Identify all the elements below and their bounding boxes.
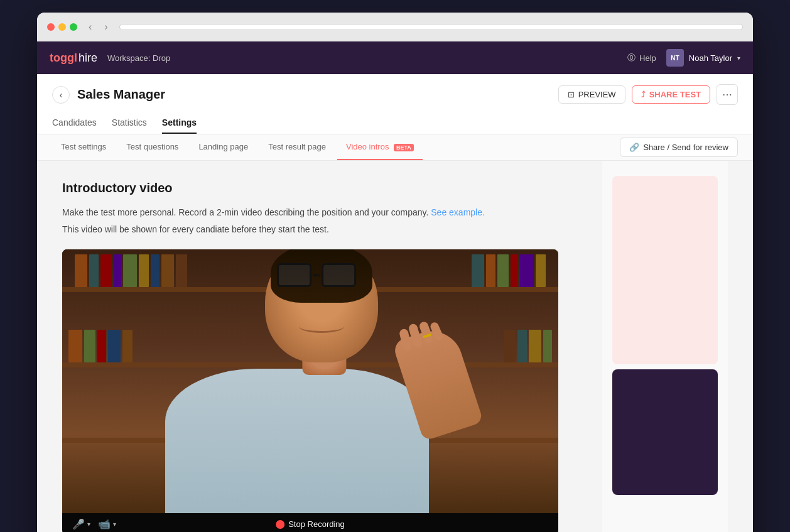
sub-tab-test-result-page[interactable]: Test result page bbox=[259, 134, 335, 160]
record-dot-icon bbox=[276, 520, 284, 529]
share-send-review-button[interactable]: 🔗 Share / Send for review bbox=[620, 138, 738, 157]
mic-icon: 🎤 bbox=[72, 518, 85, 530]
share-icon: ⤴ bbox=[641, 90, 646, 99]
sub-tab-test-settings-label: Test settings bbox=[61, 142, 106, 151]
forward-arrow-icon[interactable]: › bbox=[100, 20, 111, 34]
page-title-left: ‹ Sales Manager bbox=[52, 86, 165, 104]
back-arrow-icon: ‹ bbox=[60, 90, 63, 100]
user-badge[interactable]: NT Noah Taylor ▾ bbox=[666, 49, 740, 67]
see-example-link[interactable]: See example. bbox=[431, 207, 485, 217]
help-button[interactable]: ⓪ Help bbox=[627, 52, 656, 63]
preview-button[interactable]: ⊡ PREVIEW bbox=[558, 85, 625, 104]
sub-tab-video-intros-label: Video intros bbox=[346, 142, 389, 151]
main-content: Introductory video Make the test more pe… bbox=[37, 161, 753, 532]
books-row-1-right bbox=[472, 254, 546, 287]
stop-recording-button[interactable]: Stop Recording bbox=[276, 519, 345, 529]
camera-icon: 📹 bbox=[98, 518, 111, 530]
top-nav-right: ⓪ Help NT Noah Taylor ▾ bbox=[627, 49, 740, 67]
controls-left: 🎤 ▾ 📹 ▾ bbox=[72, 518, 116, 530]
cam-caret-icon: ▾ bbox=[113, 521, 116, 528]
sub-tab-test-questions[interactable]: Test questions bbox=[117, 134, 187, 160]
close-dot[interactable] bbox=[47, 23, 55, 31]
sub-tab-test-questions-label: Test questions bbox=[126, 142, 178, 151]
content-area: Introductory video Make the test more pe… bbox=[37, 161, 602, 532]
beta-badge: BETA bbox=[394, 144, 414, 151]
link-icon: 🔗 bbox=[629, 143, 639, 152]
tab-statistics[interactable]: Statistics bbox=[112, 112, 147, 134]
share-review-label: Share / Send for review bbox=[643, 143, 728, 152]
sub-tab-test-result-page-label: Test result page bbox=[268, 142, 326, 151]
sub-tab-video-intros[interactable]: Video intros BETA bbox=[337, 134, 423, 160]
section-title: Introductory video bbox=[62, 181, 577, 195]
app-wrapper: toggl hire Workspace: Drop ⓪ Help NT Noa… bbox=[37, 41, 753, 532]
more-icon: ⋯ bbox=[722, 89, 732, 100]
browser-chrome: ‹ › bbox=[37, 13, 753, 41]
controls-center: Stop Recording bbox=[276, 519, 345, 529]
person-shirt bbox=[165, 369, 429, 513]
workspace-label: Workspace: Drop bbox=[107, 53, 170, 63]
stop-recording-label: Stop Recording bbox=[288, 519, 345, 529]
books-row-1 bbox=[75, 254, 187, 287]
video-placeholder bbox=[62, 249, 558, 513]
share-test-label: SHARE TEST bbox=[649, 90, 701, 99]
glasses bbox=[277, 263, 356, 287]
more-options-button[interactable]: ⋯ bbox=[717, 84, 738, 105]
share-test-button[interactable]: ⤴ SHARE TEST bbox=[632, 85, 710, 104]
help-label: Help bbox=[639, 53, 656, 63]
preview-icon: ⊡ bbox=[568, 90, 575, 99]
page-header: ‹ Sales Manager ⊡ PREVIEW ⤴ SHARE TEST ⋯ bbox=[37, 74, 753, 134]
tab-candidates-label: Candidates bbox=[52, 117, 97, 128]
minimize-dot[interactable] bbox=[58, 23, 66, 31]
user-avatar: NT bbox=[666, 49, 684, 67]
sub-tab-landing-page[interactable]: Landing page bbox=[190, 134, 257, 160]
logo-hire-text: hire bbox=[78, 52, 97, 65]
main-tabs: Candidates Statistics Settings bbox=[52, 112, 738, 134]
top-navigation: toggl hire Workspace: Drop ⓪ Help NT Noa… bbox=[37, 41, 753, 74]
sidebar-panel-dark bbox=[612, 369, 718, 495]
page-title: Sales Manager bbox=[77, 87, 165, 102]
camera-button[interactable]: 📹 ▾ bbox=[98, 518, 116, 530]
tab-settings[interactable]: Settings bbox=[162, 112, 197, 134]
sub-nav-tabs: Test settings Test questions Landing pag… bbox=[52, 134, 423, 160]
page-actions: ⊡ PREVIEW ⤴ SHARE TEST ⋯ bbox=[558, 84, 738, 105]
description-text-1: Make the test more personal. Record a 2-… bbox=[62, 207, 428, 217]
tab-statistics-label: Statistics bbox=[112, 117, 147, 128]
intro-description-1: Make the test more personal. Record a 2-… bbox=[62, 205, 577, 219]
books-row-2-right bbox=[504, 330, 552, 362]
browser-window: ‹ › toggl hire Workspace: Drop ⓪ Help N bbox=[37, 13, 753, 532]
microphone-button[interactable]: 🎤 ▾ bbox=[72, 518, 90, 530]
tab-candidates[interactable]: Candidates bbox=[52, 112, 97, 134]
top-nav-left: toggl hire Workspace: Drop bbox=[50, 52, 170, 65]
user-name: Noah Taylor bbox=[689, 53, 732, 63]
sidebar-panel-pink bbox=[612, 176, 718, 364]
video-container: 🎤 ▾ 📹 ▾ Stop Recording bbox=[62, 249, 558, 532]
logo[interactable]: toggl hire bbox=[50, 52, 97, 65]
mic-caret-icon: ▾ bbox=[87, 521, 90, 528]
intro-description-2: This video will be shown for every candi… bbox=[62, 224, 577, 234]
help-circle-icon: ⓪ bbox=[627, 52, 636, 63]
right-sidebar bbox=[602, 161, 728, 532]
browser-dots bbox=[47, 23, 77, 31]
chevron-down-icon: ▾ bbox=[737, 55, 740, 62]
tab-settings-label: Settings bbox=[162, 117, 197, 128]
preview-label: PREVIEW bbox=[578, 90, 616, 99]
back-arrow-icon[interactable]: ‹ bbox=[85, 20, 95, 34]
books-row-2-left bbox=[68, 330, 133, 362]
sub-tab-landing-page-label: Landing page bbox=[198, 142, 248, 151]
sub-tab-test-settings[interactable]: Test settings bbox=[52, 134, 115, 160]
sub-navigation: Test settings Test questions Landing pag… bbox=[37, 134, 753, 161]
address-bar[interactable] bbox=[119, 24, 743, 30]
browser-navigation: ‹ › bbox=[85, 20, 112, 34]
video-controls-bar: 🎤 ▾ 📹 ▾ Stop Recording bbox=[62, 513, 558, 532]
maximize-dot[interactable] bbox=[70, 23, 77, 31]
back-button[interactable]: ‹ bbox=[52, 86, 70, 104]
page-title-row: ‹ Sales Manager ⊡ PREVIEW ⤴ SHARE TEST ⋯ bbox=[52, 84, 738, 105]
logo-toggl-text: toggl bbox=[50, 52, 77, 65]
